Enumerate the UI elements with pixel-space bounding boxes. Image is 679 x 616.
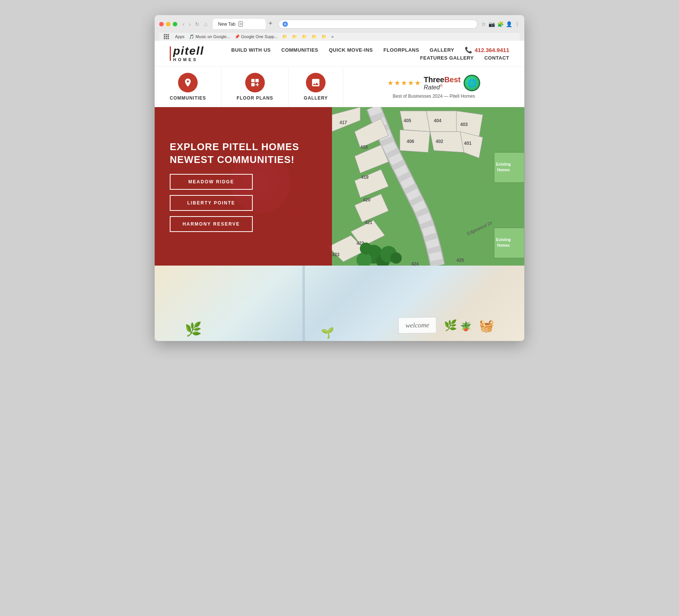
nav-floorplans[interactable]: FLOORPLANS xyxy=(384,47,419,53)
interior-section: welcome 🌿 🪴 🧺 🌿 🌱 xyxy=(155,266,524,341)
three-best-text: ThreeBest xyxy=(424,75,461,84)
star-2: ★ xyxy=(394,79,400,87)
bookmarks-bar: Apps 🎵 Music on Google... 📌 Google One S… xyxy=(159,32,520,41)
bookmark-folder-5[interactable]: 📁 xyxy=(321,34,327,39)
tab-title: New Tab xyxy=(218,22,235,27)
logo-name: pitell HOMES xyxy=(173,45,204,62)
nav-row-1: BUILD WITH US COMMUNITIES QUICK MOVE-INS… xyxy=(231,46,509,54)
liberty-pointe-button[interactable]: LIBERTY POINTE xyxy=(170,195,253,211)
svg-text:404: 404 xyxy=(434,118,441,123)
svg-marker-12 xyxy=(426,111,460,132)
nav-build-with-us[interactable]: BUILD WITH US xyxy=(231,47,271,53)
three-best-rated: ★ ★ ★ ★ ★ ThreeBest Rated® 🌐 Best of Bus… xyxy=(343,67,524,107)
communities-icon xyxy=(178,73,198,92)
tab-close-button[interactable]: ✕ xyxy=(238,21,243,27)
main-nav: BUILD WITH US COMMUNITIES QUICK MOVE-INS… xyxy=(231,46,509,61)
profile-button[interactable]: 👤 xyxy=(506,21,512,27)
floor-plans-label: FLOOR PLANS xyxy=(237,95,273,101)
browser-nav-buttons: ‹ › ↻ ⌂ xyxy=(181,20,209,28)
svg-text:423: 423 xyxy=(332,252,340,257)
star-1: ★ xyxy=(387,79,393,87)
left-plant: 🌿 xyxy=(185,321,202,337)
bookmark-more[interactable]: » xyxy=(331,34,333,39)
nav-communities[interactable]: COMMUNITIES xyxy=(281,47,318,53)
best-of-text: Best of Businesses 2024 — Pitell Homes xyxy=(393,94,475,99)
svg-text:406: 406 xyxy=(407,139,414,144)
svg-marker-14 xyxy=(430,132,464,152)
svg-text:419: 419 xyxy=(361,175,369,180)
svg-text:Homes: Homes xyxy=(497,243,510,247)
menu-button[interactable]: ⋮ xyxy=(515,21,520,27)
screenshot-button[interactable]: 📷 xyxy=(489,21,495,27)
maximize-button[interactable] xyxy=(173,22,177,26)
welcome-text: welcome xyxy=(406,321,429,329)
nav-contact[interactable]: CONTACT xyxy=(484,55,509,61)
nav-quick-moveins[interactable]: QUICK MOVE-INS xyxy=(329,47,373,53)
new-tab-button[interactable]: + xyxy=(266,20,275,28)
svg-text:405: 405 xyxy=(404,118,411,123)
middle-plant-icon: 🌱 xyxy=(321,327,334,339)
three-best-globe: 🌐 xyxy=(464,75,480,91)
back-button[interactable]: ‹ xyxy=(181,20,186,28)
logo-area[interactable]: pitell HOMES xyxy=(170,45,204,62)
communities-label: COMMUNITIES xyxy=(170,95,206,101)
floor-plans-icon xyxy=(245,73,265,92)
harmony-reserve-button[interactable]: HARMONY RESERVE xyxy=(170,216,253,232)
icon-bar: COMMUNITIES FLOOR PLANS GALLERY xyxy=(155,67,524,107)
basket-icon: 🧺 xyxy=(479,318,494,333)
browser-actions: ☆ 📷 🧩 👤 ⋮ xyxy=(481,21,520,27)
three-best-badge: ★ ★ ★ ★ ★ ThreeBest Rated® 🌐 xyxy=(387,75,480,91)
refresh-button[interactable]: ↻ xyxy=(194,20,201,28)
phone-link[interactable]: 📞 412.364.9411 xyxy=(465,46,509,54)
bookmark-button[interactable]: ☆ xyxy=(481,21,486,27)
icon-communities[interactable]: COMMUNITIES xyxy=(155,67,221,107)
browser-chrome: ‹ › ↻ ⌂ New Tab ✕ + G ☆ 📷 🧩 👤 xyxy=(155,15,524,41)
gallery-label: GALLERY xyxy=(304,95,328,101)
star-5: ★ xyxy=(415,79,421,87)
ceiling-beam xyxy=(303,266,305,341)
bookmark-music[interactable]: 🎵 Music on Google... xyxy=(189,34,230,39)
star-3: ★ xyxy=(401,79,407,87)
left-plant-icon: 🌿 xyxy=(185,321,202,337)
plant-2: 🪴 xyxy=(460,321,472,332)
bookmark-apps[interactable]: Apps xyxy=(175,34,184,39)
bookmark-folder-4[interactable]: 📁 xyxy=(312,34,317,39)
svg-text:418: 418 xyxy=(360,144,368,150)
forward-button[interactable]: › xyxy=(187,20,192,28)
svg-text:420: 420 xyxy=(363,197,370,203)
nav-gallery[interactable]: GALLERY xyxy=(430,47,454,53)
icon-floor-plans[interactable]: FLOOR PLANS xyxy=(221,67,289,107)
close-button[interactable] xyxy=(159,22,164,26)
extensions-button[interactable]: 🧩 xyxy=(497,21,504,27)
logo-wrapper: pitell HOMES xyxy=(170,45,204,62)
bookmark-folder-1[interactable]: 📁 xyxy=(282,34,287,39)
apps-icon xyxy=(164,34,169,39)
plants-decoration: 🌿 🪴 xyxy=(444,319,472,332)
nav-row-2: FEATURES GALLERY CONTACT xyxy=(420,55,509,61)
icon-gallery[interactable]: GALLERY xyxy=(289,67,343,107)
logo-divider xyxy=(170,46,171,61)
hero-title-line1: EXPLORE PITELL HOMES xyxy=(170,141,317,154)
logo-name-row: pitell HOMES xyxy=(170,45,204,62)
bookmark-folder-2[interactable]: 📁 xyxy=(292,34,297,39)
phone-number: 412.364.9411 xyxy=(475,47,509,53)
address-bar[interactable]: G xyxy=(278,20,478,29)
globe-icon: 🌐 xyxy=(467,78,477,88)
hero-overlay: EXPLORE PITELL HOMES NEWEST COMMUNITIES!… xyxy=(155,107,332,266)
nav-features-gallery[interactable]: FEATURES GALLERY xyxy=(420,55,474,61)
browser-window: ‹ › ↻ ⌂ New Tab ✕ + G ☆ 📷 🧩 👤 xyxy=(155,15,524,341)
browser-tab[interactable]: New Tab ✕ xyxy=(213,19,266,29)
star-4: ★ xyxy=(408,79,414,87)
minimize-button[interactable] xyxy=(166,22,171,26)
svg-point-47 xyxy=(360,243,372,255)
rated-text: Rated® xyxy=(424,84,461,91)
home-button[interactable]: ⌂ xyxy=(203,20,209,28)
svg-text:403: 403 xyxy=(460,122,468,127)
svg-point-48 xyxy=(390,252,402,264)
meadow-ridge-button[interactable]: MEADOW RIDGE xyxy=(170,174,253,190)
stars-row: ★ ★ ★ ★ ★ xyxy=(387,79,421,87)
hero-buttons: MEADOW RIDGE LIBERTY POINTE HARMONY RESE… xyxy=(170,174,317,232)
bookmark-folder-3[interactable]: 📁 xyxy=(302,34,307,39)
svg-text:Homes: Homes xyxy=(497,168,510,172)
bookmark-google-one[interactable]: 📌 Google One Supp... xyxy=(235,34,278,39)
